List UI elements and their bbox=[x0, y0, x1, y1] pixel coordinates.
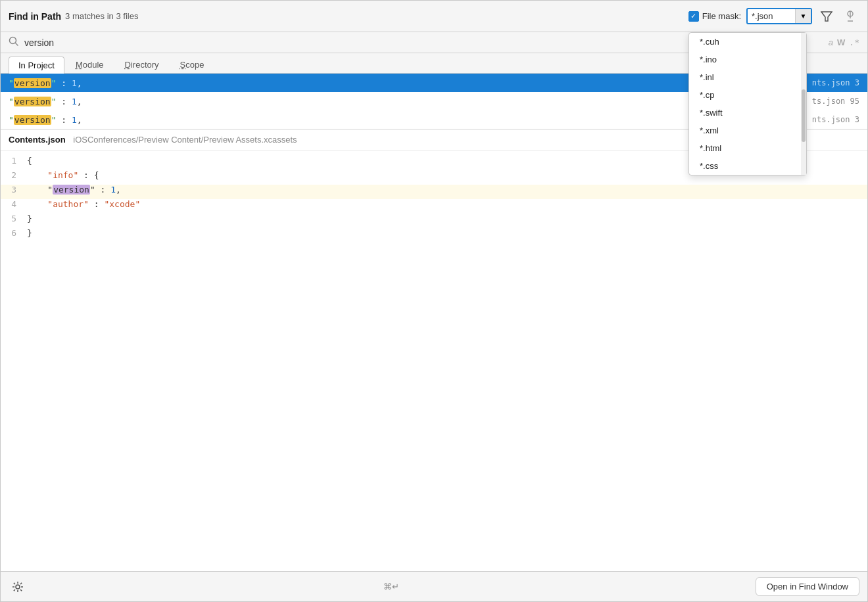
result-text: "version" : 1, bbox=[9, 78, 731, 88]
tab-scope-label: Scope bbox=[180, 60, 205, 70]
preview-filename: Contents.json bbox=[9, 135, 66, 145]
tab-directory[interactable]: Directory bbox=[115, 56, 169, 73]
code-line: 6 } bbox=[1, 228, 867, 243]
svg-marker-0 bbox=[821, 12, 832, 21]
result-text: "version" : 1, bbox=[9, 97, 746, 106]
line-content: "author" : "xcode" bbox=[27, 199, 867, 209]
gear-icon bbox=[12, 581, 24, 593]
match-case-button[interactable]: a bbox=[829, 37, 833, 47]
code-body: 1 { 2 "info" : { 3 "version" : 1, 4 "aut… bbox=[1, 150, 867, 571]
tab-module-label: Module bbox=[76, 60, 104, 70]
svg-line-5 bbox=[16, 43, 18, 46]
match-highlight: version bbox=[14, 97, 51, 106]
file-mask-input-wrapper: ▼ bbox=[746, 8, 812, 24]
line-number: 3 bbox=[1, 185, 27, 195]
dropdown-item-css[interactable]: *.css bbox=[689, 157, 806, 175]
filter-icon bbox=[821, 11, 832, 22]
footer-bar: ⌘↵ Open in Find Window bbox=[1, 571, 867, 601]
dropdown-scrollbar-track bbox=[801, 33, 806, 175]
svg-point-6 bbox=[16, 585, 20, 589]
find-in-path-panel: Find in Path 3 matches in 3 files ✓ File… bbox=[0, 0, 868, 602]
tab-in-project[interactable]: In Project bbox=[9, 57, 64, 74]
svg-line-11 bbox=[14, 582, 15, 584]
dropdown-scrollbar-thumb[interactable] bbox=[802, 89, 806, 142]
header-controls: ✓ File mask: ▼ bbox=[688, 7, 859, 26]
dropdown-arrow-icon: ▼ bbox=[800, 12, 807, 20]
line-content: } bbox=[27, 228, 867, 238]
open-in-find-window-button[interactable]: Open in Find Window bbox=[756, 577, 859, 596]
dropdown-item-swift[interactable]: *.swift bbox=[689, 104, 806, 122]
settings-button[interactable] bbox=[9, 578, 27, 596]
match-highlight: version bbox=[14, 115, 51, 125]
svg-line-14 bbox=[14, 590, 15, 591]
preview-path: iOSConferences/Preview Content/Preview A… bbox=[73, 135, 297, 145]
pin-button[interactable] bbox=[841, 7, 859, 26]
pin-icon bbox=[844, 11, 856, 22]
search-options: a W .* bbox=[829, 37, 859, 47]
match-info: 3 matches in 3 files bbox=[65, 11, 688, 21]
file-type-dropdown: *.cuh *.ino *.inl *.cp *.swift *.xml *.h… bbox=[688, 32, 807, 175]
shortcut-key: ⌘↵ bbox=[383, 582, 399, 591]
header-bar: Find in Path 3 matches in 3 files ✓ File… bbox=[1, 1, 867, 32]
file-mask-checkbox-group: ✓ File mask: bbox=[688, 11, 741, 22]
tab-in-project-label: In Project bbox=[18, 60, 55, 70]
line-number: 1 bbox=[1, 156, 27, 166]
code-preview: Contents.json iOSConferences/Preview Con… bbox=[1, 129, 867, 571]
svg-line-12 bbox=[20, 590, 22, 591]
dropdown-item-cuh[interactable]: *.cuh bbox=[689, 33, 806, 51]
line-number: 4 bbox=[1, 199, 27, 209]
match-word-button[interactable]: W bbox=[837, 37, 845, 47]
line-content: } bbox=[27, 214, 867, 223]
dropdown-item-inl[interactable]: *.inl bbox=[689, 68, 806, 86]
code-line: 4 "author" : "xcode" bbox=[1, 199, 867, 214]
line-number: 2 bbox=[1, 170, 27, 180]
tab-directory-label: Directory bbox=[125, 60, 159, 70]
line-content: "version" : 1, bbox=[27, 185, 867, 195]
file-mask-input[interactable] bbox=[748, 9, 795, 23]
file-mask-dropdown-button[interactable]: ▼ bbox=[795, 9, 811, 23]
panel-title: Find in Path bbox=[9, 11, 61, 22]
shortcut-hint: ⌘↵ bbox=[383, 582, 399, 591]
filter-button[interactable] bbox=[817, 7, 836, 26]
dropdown-item-ino[interactable]: *.ino bbox=[689, 51, 806, 68]
dropdown-item-xml[interactable]: *.xml bbox=[689, 122, 806, 139]
open-btn-label: Open in Find Window bbox=[767, 582, 848, 591]
dropdown-item-html[interactable]: *.html bbox=[689, 139, 806, 157]
result-text: "version" : 1, bbox=[9, 115, 765, 125]
match-highlight: version bbox=[14, 78, 51, 88]
line-number: 5 bbox=[1, 214, 27, 223]
tab-scope[interactable]: Scope bbox=[170, 56, 214, 73]
svg-point-4 bbox=[10, 37, 16, 44]
regex-button[interactable]: .* bbox=[849, 37, 859, 47]
code-line: 5 } bbox=[1, 214, 867, 228]
tab-module[interactable]: Module bbox=[66, 56, 114, 73]
file-mask-label: File mask: bbox=[702, 11, 741, 21]
line-number: 6 bbox=[1, 228, 27, 238]
file-mask-checkbox[interactable]: ✓ bbox=[688, 11, 699, 22]
svg-line-13 bbox=[20, 582, 22, 584]
checkbox-check-icon: ✓ bbox=[690, 12, 696, 20]
code-match-highlight: version bbox=[53, 185, 90, 195]
search-icon bbox=[9, 36, 19, 49]
dropdown-item-cp[interactable]: *.cp bbox=[689, 86, 806, 104]
code-line-highlighted: 3 "version" : 1, bbox=[1, 185, 867, 199]
